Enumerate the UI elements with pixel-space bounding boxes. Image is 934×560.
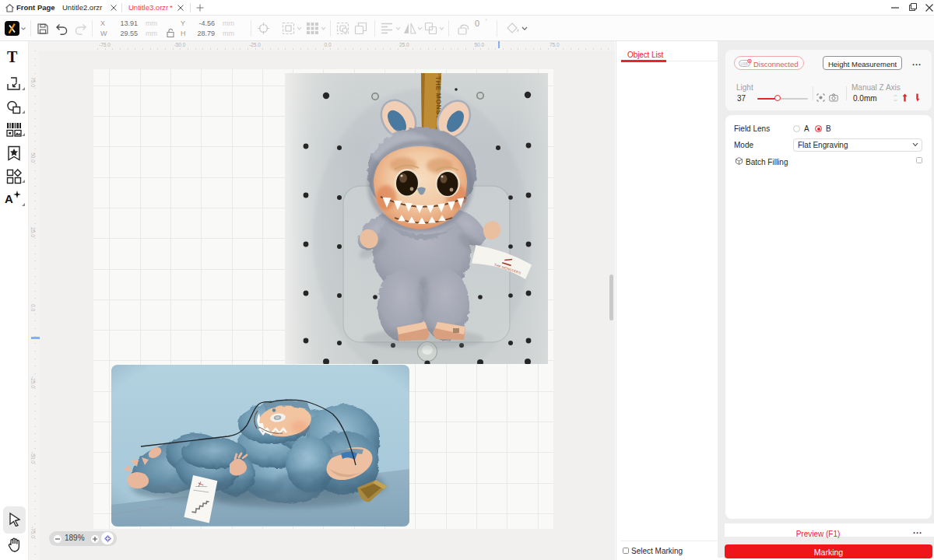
svg-text:USB: USB: [741, 62, 748, 66]
